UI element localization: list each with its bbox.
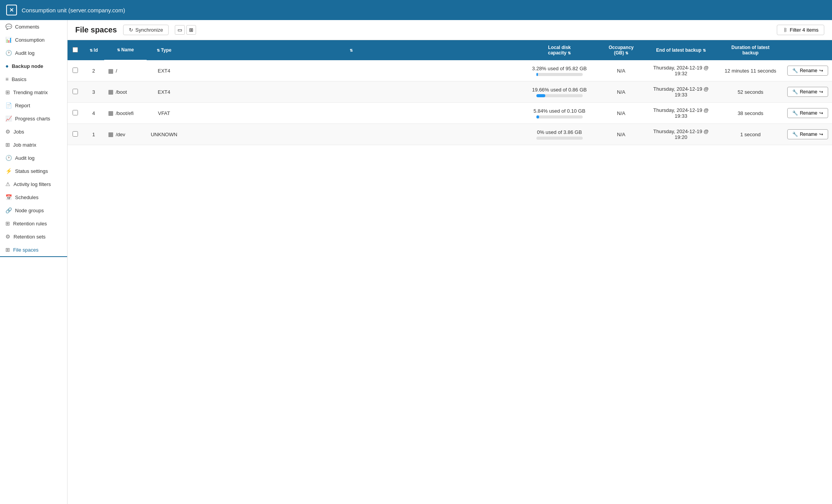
th-capacity[interactable]: Local diskcapacity ⇅ bbox=[521, 40, 598, 60]
rename-button[interactable]: 🔧Rename ↪ bbox=[787, 129, 828, 139]
select-all-checkbox[interactable] bbox=[73, 47, 78, 52]
file-icon: ▦ bbox=[108, 110, 113, 117]
sidebar-item-activity-log-filters[interactable]: ⚠Activity log filters bbox=[0, 178, 67, 191]
cell-occupancy: N/A bbox=[598, 103, 644, 124]
sidebar-item-file-spaces[interactable]: ⊞File spaces bbox=[0, 243, 67, 257]
window-title: Consumption unit (server.company.com) bbox=[22, 7, 125, 14]
wrench-icon: 🔧 bbox=[792, 132, 798, 137]
basics-icon: ≡ bbox=[5, 76, 8, 82]
row-checkbox-4[interactable] bbox=[73, 110, 78, 115]
table-body: 2▦/EXT4 3.28% used of 95.82 GB N/AThursd… bbox=[68, 60, 832, 145]
cell-end-backup: Thursday, 2024-12-19 @ 19:33 bbox=[644, 103, 718, 124]
progress-fill bbox=[536, 73, 538, 76]
rename-arrow-icon: ↪ bbox=[819, 89, 823, 95]
sidebar-item-backup-node[interactable]: ●Backup node bbox=[0, 59, 67, 73]
sidebar-label-comments: Comments bbox=[15, 24, 39, 30]
sidebar-item-progress-charts[interactable]: 📈Progress charts bbox=[0, 112, 67, 125]
file-spaces-icon: ⊞ bbox=[5, 247, 10, 253]
sidebar-item-trending-matrix[interactable]: ⊞Trending matrix bbox=[0, 86, 67, 99]
sidebar-item-status-settings[interactable]: ⚡Status settings bbox=[0, 164, 67, 178]
sync-label: Synchronize bbox=[135, 27, 163, 33]
sidebar-item-retention-rules[interactable]: ⊞Retention rules bbox=[0, 217, 67, 230]
rename-arrow-icon: ↪ bbox=[819, 110, 823, 116]
cell-name-text: / bbox=[116, 68, 117, 74]
file-icon: ▦ bbox=[108, 131, 113, 138]
grid-view-button[interactable]: ⊞ bbox=[186, 25, 196, 35]
cell-id: 4 bbox=[83, 103, 104, 124]
rename-button[interactable]: 🔧Rename ↪ bbox=[787, 87, 828, 97]
th-duration[interactable]: Duration of latestbackup bbox=[718, 40, 783, 60]
cell-capacity: 5.84% used of 0.10 GB bbox=[521, 103, 598, 124]
sidebar-label-audit-log-top: Audit log bbox=[15, 50, 35, 56]
sidebar-item-audit-log[interactable]: 🕐Audit log bbox=[0, 151, 67, 164]
wrench-icon: 🔧 bbox=[792, 110, 798, 116]
consumption-icon: 📊 bbox=[5, 37, 12, 43]
sidebar-item-job-matrix[interactable]: ⊞Job matrix bbox=[0, 138, 67, 151]
cell-actions: 🔧Rename ↪ bbox=[783, 81, 832, 103]
row-checkbox-1[interactable] bbox=[73, 131, 78, 137]
activity-log-filters-icon: ⚠ bbox=[5, 181, 10, 187]
sidebar-label-retention-rules: Retention rules bbox=[13, 221, 47, 227]
th-name[interactable]: ⇅ Name bbox=[104, 40, 147, 60]
page-header: File spaces ↻ Synchronize ▭ ⊞ ⧚ Filter 4… bbox=[68, 20, 832, 40]
cell-expand bbox=[181, 60, 521, 81]
th-occupancy[interactable]: Occupancy(GB) ⇅ bbox=[598, 40, 644, 60]
sidebar-item-schedules[interactable]: 📅Schedules bbox=[0, 191, 67, 204]
progress-bar bbox=[536, 137, 583, 140]
sidebar-label-activity-log-filters: Activity log filters bbox=[14, 181, 51, 187]
sidebar-label-audit-log: Audit log bbox=[15, 155, 35, 161]
rename-button[interactable]: 🔧Rename ↪ bbox=[787, 66, 828, 76]
th-checkbox bbox=[68, 40, 83, 60]
table-row: 3▦/bootEXT4 19.66% used of 0.86 GB N/ATh… bbox=[68, 81, 832, 103]
view-toggle: ▭ ⊞ bbox=[175, 25, 196, 35]
cell-name: ▦/dev bbox=[104, 124, 147, 145]
rename-arrow-icon: ↪ bbox=[819, 68, 823, 73]
th-end-backup[interactable]: End of latest backup ⇅ bbox=[644, 40, 718, 60]
sidebar-item-report[interactable]: 📄Report bbox=[0, 99, 67, 112]
wrench-icon: 🔧 bbox=[792, 68, 798, 73]
filter-button[interactable]: ⧚ Filter 4 items bbox=[777, 25, 824, 35]
cell-name-text: /dev bbox=[116, 132, 125, 137]
sidebar-label-status-settings: Status settings bbox=[15, 168, 48, 174]
cell-occupancy: N/A bbox=[598, 81, 644, 103]
sidebar-label-consumption: Consumption bbox=[15, 37, 45, 43]
rename-label: Rename bbox=[800, 132, 817, 137]
close-icon[interactable]: ✕ bbox=[6, 5, 17, 15]
cell-actions: 🔧Rename ↪ bbox=[783, 124, 832, 145]
synchronize-button[interactable]: ↻ Synchronize bbox=[123, 25, 169, 35]
schedules-icon: 📅 bbox=[5, 194, 12, 200]
sidebar-label-report: Report bbox=[15, 103, 30, 108]
sidebar-label-trending-matrix: Trending matrix bbox=[13, 90, 48, 95]
sidebar-item-node-groups[interactable]: 🔗Node groups bbox=[0, 204, 67, 217]
capacity-text: 0% used of 3.86 GB bbox=[525, 129, 594, 135]
rename-label: Rename bbox=[800, 68, 817, 73]
row-checkbox-2[interactable] bbox=[73, 68, 78, 73]
filter-icon: ⧚ bbox=[783, 27, 788, 33]
cell-capacity: 19.66% used of 0.86 GB bbox=[521, 81, 598, 103]
cell-end-backup: Thursday, 2024-12-19 @ 19:32 bbox=[644, 60, 718, 81]
list-view-button[interactable]: ▭ bbox=[175, 25, 185, 35]
cell-capacity: 0% used of 3.86 GB bbox=[521, 124, 598, 145]
cell-name: ▦/boot bbox=[104, 81, 147, 103]
cell-type: UNKNOWN bbox=[147, 124, 181, 145]
page-title: File spaces bbox=[75, 25, 117, 34]
cell-name-text: /boot bbox=[116, 89, 127, 95]
th-id[interactable]: ⇅ Id bbox=[83, 40, 104, 60]
cell-id: 3 bbox=[83, 81, 104, 103]
comments-icon: 💬 bbox=[5, 24, 12, 30]
rename-label: Rename bbox=[800, 89, 817, 95]
sidebar-item-basics[interactable]: ≡Basics bbox=[0, 73, 67, 86]
sidebar-item-audit-log-top[interactable]: 🕐Audit log bbox=[0, 46, 67, 59]
rename-button[interactable]: 🔧Rename ↪ bbox=[787, 108, 828, 118]
sidebar-item-jobs[interactable]: ⚙Jobs bbox=[0, 125, 67, 138]
sidebar-item-consumption[interactable]: 📊Consumption bbox=[0, 33, 67, 46]
cell-duration: 1 second bbox=[718, 124, 783, 145]
sidebar-item-retention-sets[interactable]: ⚙Retention sets bbox=[0, 230, 67, 243]
th-actions bbox=[783, 40, 832, 60]
sidebar-item-comments[interactable]: 💬Comments bbox=[0, 20, 67, 33]
th-type[interactable]: ⇅ Type bbox=[147, 40, 181, 60]
row-checkbox-3[interactable] bbox=[73, 89, 78, 94]
file-icon: ▦ bbox=[108, 68, 113, 74]
progress-bar bbox=[536, 115, 583, 118]
cell-name: ▦/boot/efi bbox=[104, 103, 147, 124]
